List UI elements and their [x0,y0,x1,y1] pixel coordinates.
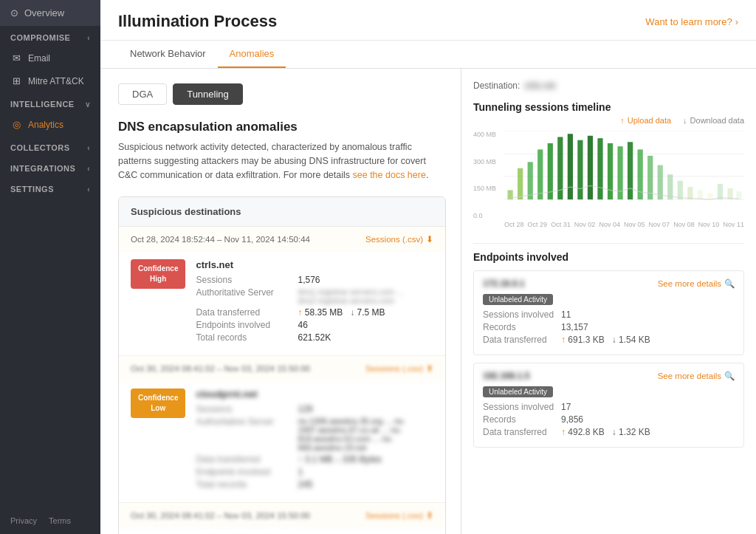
svg-rect-10 [568,134,573,199]
destination-item-3: Oct 30, 2024 08:41:02 – Nov 03, 2024 15:… [119,503,445,534]
download-icon-2: ⬆ [426,363,433,374]
dest-row-total-records: Total records 621.52K [196,332,433,343]
dest-item-1-date: Oct 28, 2024 18:52:44 – Nov 11, 2024 14:… [131,235,310,244]
svg-rect-23 [698,190,703,199]
dest-item-3-sessions-link: Sessions (.csv) ⬆ [365,510,433,521]
endpoint-1-records-value: 13,157 [561,322,588,332]
sidebar-item-analytics[interactable]: ◎ Analytics [0,113,100,136]
timeline-chart: 400 MB 300 MB 150 MB 0.0 Oct 28 Oct 29 O… [473,131,744,234]
chevron-right-icon3: ‹ [87,185,90,194]
sessions-value: 1,576 [298,275,320,285]
sub-tab-dga[interactable]: DGA [118,83,167,105]
search-icon-1: 🔍 [724,278,735,289]
down-arrow-icon: ↓ [350,307,354,318]
sub-tabs: DGA Tunneling [118,83,446,105]
auth-server-value: dns1.registrar-servers.com ... dns2.regi… [298,287,433,305]
legend-download: ↓ Download data [683,116,744,125]
dest-row-sessions: Sessions 1,576 [196,275,433,285]
dest-item-2-name: cloudprnt.net [196,388,433,400]
search-icon-2: 🔍 [724,371,735,381]
dest-item-1-name[interactable]: ctrls.net [196,259,433,270]
endpoint-card-2: 192.168.1.5 See more details 🔍 Unlabeled… [473,363,744,448]
dest-item-2-details: cloudprnt.net Sessions 129 Authoritative… [196,388,433,492]
svg-rect-8 [548,143,553,199]
endpoint-card-1-header: 172.16.0.1 See more details 🔍 [483,278,735,289]
endpoint-2-sessions-value: 17 [561,402,571,412]
learn-more-link[interactable]: Want to learn more? › [645,16,738,36]
endpoint-card-1: 172.16.0.1 See more details 🔍 Unlabeled … [473,270,744,355]
up-arrow-icon: ↑ [298,307,302,318]
svg-rect-24 [707,194,712,199]
endpoint-1-sessions-value: 11 [561,309,571,320]
svg-rect-22 [687,187,693,199]
endpoint-2-data-transferred: Data transferred ↑ 492.8 KB ↓ 1.32 KB [483,427,735,437]
dest-item-2-date: Oct 30, 2024 08:41:02 – Nov 03, 2024 15:… [131,364,310,373]
svg-rect-14 [608,143,613,199]
dest-item-1-details: ctrls.net Sessions 1,576 Authoritative S… [196,259,433,345]
endpoint-2-records-value: 9,856 [561,414,583,425]
endpoint-card-2-header: 192.168.1.5 See more details 🔍 [483,371,735,381]
sidebar-item-overview[interactable]: ⊙ Overview [0,0,100,26]
svg-rect-21 [678,181,683,199]
dest-item-1-sessions-link[interactable]: Sessions (.csv) ⬇ [365,234,433,244]
endpoint-1-data-transferred: Data transferred ↑ 691.3 KB ↓ 1.54 KB [483,335,735,345]
legend-upload: ↑ Upload data [620,116,671,125]
total-records-value: 621.52K [298,332,331,343]
topbar: Illumination Process Want to learn more?… [100,0,756,41]
endpoint-1-name: 172.16.0.1 [483,278,525,289]
sidebar-section-integrations[interactable]: INTEGRATIONS ‹ [0,157,100,177]
section-description: Suspicious network activity detected, ch… [118,140,446,182]
tab-network-behavior[interactable]: Network Behavior [118,41,218,68]
sub-tab-tunneling[interactable]: Tunneling [173,83,243,105]
dest-item-1-header: Oct 28, 2024 18:52:44 – Nov 11, 2024 14:… [119,227,445,252]
see-more-details-1[interactable]: See more details 🔍 [658,278,735,289]
svg-rect-16 [628,142,633,199]
unlabeled-badge-1: Unlabeled Activity [483,294,553,305]
destinations-header: Suspicious destinations [119,197,445,227]
sidebar-section-compromise[interactable]: COMPROMISE ‹ [0,26,100,47]
sidebar-item-mitre[interactable]: ⊞ Mitre ATT&CK [0,69,100,92]
overview-icon: ⊙ [10,7,18,18]
dest-item-3-header: Oct 30, 2024 08:41:02 – Nov 03, 2024 15:… [119,503,445,528]
chevron-icon: ‹ [87,34,90,42]
page-title: Illumination Process [118,12,277,40]
timeline-legend: ↑ Upload data ↓ Download data [473,116,744,125]
tab-anomalies[interactable]: Anomalies [218,41,286,68]
endpoint-1-records: Records 13,157 [483,322,735,332]
confidence-badge-1: ConfidenceHigh [131,259,185,289]
dest-item-2-body: ConfidenceLow cloudprnt.net Sessions 129… [119,381,445,502]
dest-item-3-date: Oct 30, 2024 08:41:02 – Nov 03, 2024 15:… [131,511,310,520]
chevron-right-icon: ‹ [87,144,90,152]
dest-row-auth-server: Authoritative Server dns1.registrar-serv… [196,287,433,305]
dest-row-endpoints: Endpoints involved 46 [196,320,433,330]
destination-value: ctrls.net [524,81,555,91]
svg-rect-6 [528,162,533,199]
destination-item-1: Oct 28, 2024 18:52:44 – Nov 11, 2024 14:… [119,227,445,356]
analytics-icon: ◎ [10,119,22,130]
down-arrow-ep2: ↓ [612,427,616,437]
privacy-link[interactable]: Privacy [10,516,37,525]
dest-item-1-body: ConfidenceHigh ctrls.net Sessions 1,576 … [119,252,445,355]
sidebar-section-collectors[interactable]: COLLECTORS ‹ [0,136,100,157]
svg-rect-12 [588,136,593,199]
sidebar-item-email[interactable]: ✉ Email [0,47,100,69]
dest-item-2-header: Oct 30, 2024 08:41:02 – Nov 03, 2024 15:… [119,356,445,381]
dest-row-data-transferred: Data transferred ↑ 58.35 MB ↓ 7.5 MB [196,307,433,318]
docs-link[interactable]: see the docs here [353,170,426,180]
up-arrow-ep1: ↑ [561,335,566,345]
see-more-details-2[interactable]: See more details 🔍 [658,371,735,381]
download-arrow-icon: ↓ [683,116,687,125]
sidebar: ⊙ Overview COMPROMISE ‹ ✉ Email ⊞ Mitre … [0,0,100,534]
chart-y-axis: 400 MB 300 MB 150 MB 0.0 [473,131,504,219]
left-panel: DGA Tunneling DNS encapsulation anomalie… [100,69,461,534]
sidebar-section-settings[interactable]: SETTINGS ‹ [0,177,100,198]
sidebar-section-intelligence[interactable]: INTELLIGENCE ∨ [0,92,100,113]
chart-x-axis: Oct 28 Oct 29 Oct 31 Nov 02 Nov 04 Nov 0… [504,221,744,234]
terms-link[interactable]: Terms [49,516,71,525]
right-panel: Destination: ctrls.net Tunneling session… [461,69,756,534]
chevron-right-icon2: ‹ [87,165,90,173]
chevron-down-icon: ∨ [85,100,91,109]
svg-rect-13 [597,138,602,199]
destination-item-2: Oct 30, 2024 08:41:02 – Nov 03, 2024 15:… [119,356,445,503]
content-area: DGA Tunneling DNS encapsulation anomalie… [100,69,756,534]
